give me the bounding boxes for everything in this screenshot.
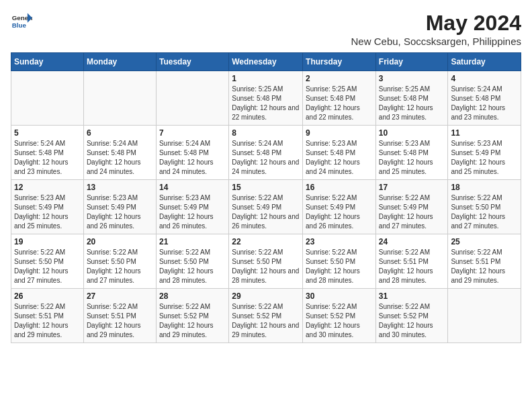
- table-row: [156, 71, 228, 126]
- day-info: Sunrise: 5:22 AMSunset: 5:51 PMDaylight:…: [14, 302, 81, 340]
- table-row: 21 Sunrise: 5:22 AMSunset: 5:50 PMDaylig…: [156, 234, 228, 289]
- header-wednesday: Wednesday: [229, 53, 303, 71]
- day-info: Sunrise: 5:22 AMSunset: 5:50 PMDaylight:…: [159, 248, 226, 285]
- day-number: 6: [87, 128, 153, 138]
- day-info: Sunrise: 5:24 AMSunset: 5:48 PMDaylight:…: [451, 85, 518, 122]
- calendar-week-row: 26 Sunrise: 5:22 AMSunset: 5:51 PMDaylig…: [11, 289, 521, 343]
- table-row: 3 Sunrise: 5:25 AMSunset: 5:48 PMDayligh…: [375, 71, 448, 126]
- table-row: 22 Sunrise: 5:22 AMSunset: 5:50 PMDaylig…: [229, 234, 303, 289]
- day-info: Sunrise: 5:22 AMSunset: 5:50 PMDaylight:…: [451, 193, 518, 231]
- day-info: Sunrise: 5:22 AMSunset: 5:51 PMDaylight:…: [87, 302, 153, 340]
- day-info: Sunrise: 5:22 AMSunset: 5:49 PMDaylight:…: [306, 193, 373, 231]
- day-number: 27: [87, 291, 153, 301]
- day-number: 15: [232, 183, 300, 192]
- day-number: 25: [451, 237, 518, 246]
- table-row: 12 Sunrise: 5:23 AMSunset: 5:49 PMDaylig…: [11, 180, 84, 234]
- table-row: 29 Sunrise: 5:22 AMSunset: 5:52 PMDaylig…: [229, 289, 303, 343]
- day-info: Sunrise: 5:25 AMSunset: 5:48 PMDaylight:…: [232, 85, 300, 122]
- day-info: Sunrise: 5:22 AMSunset: 5:50 PMDaylight:…: [232, 248, 300, 285]
- table-row: [448, 289, 521, 343]
- table-row: 8 Sunrise: 5:24 AMSunset: 5:48 PMDayligh…: [229, 126, 303, 180]
- table-row: 28 Sunrise: 5:22 AMSunset: 5:52 PMDaylig…: [156, 289, 228, 343]
- day-number: 9: [306, 128, 373, 138]
- table-row: 25 Sunrise: 5:22 AMSunset: 5:51 PMDaylig…: [448, 234, 521, 289]
- day-number: 26: [14, 291, 81, 301]
- table-row: 11 Sunrise: 5:23 AMSunset: 5:49 PMDaylig…: [448, 126, 521, 180]
- day-info: Sunrise: 5:22 AMSunset: 5:52 PMDaylight:…: [306, 302, 373, 340]
- day-number: 3: [379, 74, 445, 83]
- day-number: 7: [159, 128, 226, 138]
- day-info: Sunrise: 5:23 AMSunset: 5:49 PMDaylight:…: [87, 193, 153, 231]
- day-number: 12: [14, 183, 81, 192]
- table-row: 20 Sunrise: 5:22 AMSunset: 5:50 PMDaylig…: [83, 234, 156, 289]
- day-number: 22: [232, 237, 300, 246]
- table-row: 23 Sunrise: 5:22 AMSunset: 5:50 PMDaylig…: [303, 234, 376, 289]
- table-row: 14 Sunrise: 5:23 AMSunset: 5:49 PMDaylig…: [156, 180, 228, 234]
- day-info: Sunrise: 5:22 AMSunset: 5:52 PMDaylight:…: [159, 302, 226, 340]
- table-row: 16 Sunrise: 5:22 AMSunset: 5:49 PMDaylig…: [303, 180, 376, 234]
- header-thursday: Thursday: [303, 53, 376, 71]
- svg-text:Blue: Blue: [12, 21, 27, 29]
- table-row: 4 Sunrise: 5:24 AMSunset: 5:48 PMDayligh…: [448, 71, 521, 126]
- table-row: 24 Sunrise: 5:22 AMSunset: 5:51 PMDaylig…: [375, 234, 448, 289]
- day-number: 18: [451, 183, 518, 192]
- day-number: 28: [159, 291, 226, 301]
- day-info: Sunrise: 5:22 AMSunset: 5:52 PMDaylight:…: [232, 302, 300, 340]
- table-row: 19 Sunrise: 5:22 AMSunset: 5:50 PMDaylig…: [11, 234, 84, 289]
- page-header: General Blue May 2024 New Cebu, Soccsksa…: [11, 11, 521, 47]
- table-row: 7 Sunrise: 5:24 AMSunset: 5:48 PMDayligh…: [156, 126, 228, 180]
- day-number: 13: [87, 183, 153, 192]
- day-info: Sunrise: 5:23 AMSunset: 5:49 PMDaylight:…: [159, 193, 226, 231]
- day-info: Sunrise: 5:24 AMSunset: 5:48 PMDaylight:…: [87, 139, 153, 177]
- table-row: 6 Sunrise: 5:24 AMSunset: 5:48 PMDayligh…: [83, 126, 156, 180]
- day-number: 23: [306, 237, 373, 246]
- title-block: May 2024 New Cebu, Soccsksargen, Philipp…: [351, 11, 521, 47]
- header-sunday: Sunday: [11, 53, 84, 71]
- day-info: Sunrise: 5:22 AMSunset: 5:49 PMDaylight:…: [379, 193, 445, 231]
- day-info: Sunrise: 5:22 AMSunset: 5:51 PMDaylight:…: [379, 248, 445, 285]
- table-row: 13 Sunrise: 5:23 AMSunset: 5:49 PMDaylig…: [83, 180, 156, 234]
- day-info: Sunrise: 5:24 AMSunset: 5:48 PMDaylight:…: [159, 139, 226, 177]
- calendar-week-row: 5 Sunrise: 5:24 AMSunset: 5:48 PMDayligh…: [11, 126, 521, 180]
- logo: General Blue: [11, 11, 32, 32]
- day-number: 17: [379, 183, 445, 192]
- day-number: 29: [232, 291, 300, 301]
- table-row: 5 Sunrise: 5:24 AMSunset: 5:48 PMDayligh…: [11, 126, 84, 180]
- day-info: Sunrise: 5:25 AMSunset: 5:48 PMDaylight:…: [379, 85, 445, 122]
- day-info: Sunrise: 5:23 AMSunset: 5:49 PMDaylight:…: [451, 139, 518, 177]
- day-info: Sunrise: 5:24 AMSunset: 5:48 PMDaylight:…: [232, 139, 300, 177]
- table-row: 2 Sunrise: 5:25 AMSunset: 5:48 PMDayligh…: [303, 71, 376, 126]
- day-info: Sunrise: 5:23 AMSunset: 5:48 PMDaylight:…: [379, 139, 445, 177]
- header-monday: Monday: [83, 53, 156, 71]
- table-row: [83, 71, 156, 126]
- day-number: 14: [159, 183, 226, 192]
- day-number: 30: [306, 291, 373, 301]
- day-number: 16: [306, 183, 373, 192]
- calendar-week-row: 19 Sunrise: 5:22 AMSunset: 5:50 PMDaylig…: [11, 234, 521, 289]
- day-info: Sunrise: 5:24 AMSunset: 5:48 PMDaylight:…: [14, 139, 81, 177]
- table-row: 18 Sunrise: 5:22 AMSunset: 5:50 PMDaylig…: [448, 180, 521, 234]
- location-subtitle: New Cebu, Soccsksargen, Philippines: [351, 36, 521, 47]
- day-info: Sunrise: 5:22 AMSunset: 5:49 PMDaylight:…: [232, 193, 300, 231]
- day-number: 11: [451, 128, 518, 138]
- day-number: 24: [379, 237, 445, 246]
- day-number: 5: [14, 128, 81, 138]
- day-number: 1: [232, 74, 300, 83]
- day-info: Sunrise: 5:22 AMSunset: 5:51 PMDaylight:…: [451, 248, 518, 285]
- day-number: 2: [306, 74, 373, 83]
- calendar-week-row: 1 Sunrise: 5:25 AMSunset: 5:48 PMDayligh…: [11, 71, 521, 126]
- day-info: Sunrise: 5:23 AMSunset: 5:49 PMDaylight:…: [14, 193, 81, 231]
- table-row: 30 Sunrise: 5:22 AMSunset: 5:52 PMDaylig…: [303, 289, 376, 343]
- calendar-table: Sunday Monday Tuesday Wednesday Thursday…: [11, 52, 521, 343]
- day-number: 8: [232, 128, 300, 138]
- table-row: [11, 71, 84, 126]
- header-friday: Friday: [375, 53, 448, 71]
- table-row: 27 Sunrise: 5:22 AMSunset: 5:51 PMDaylig…: [83, 289, 156, 343]
- day-number: 21: [159, 237, 226, 246]
- month-year-title: May 2024: [351, 11, 521, 36]
- table-row: 26 Sunrise: 5:22 AMSunset: 5:51 PMDaylig…: [11, 289, 84, 343]
- table-row: 17 Sunrise: 5:22 AMSunset: 5:49 PMDaylig…: [375, 180, 448, 234]
- header-tuesday: Tuesday: [156, 53, 228, 71]
- day-info: Sunrise: 5:22 AMSunset: 5:50 PMDaylight:…: [306, 248, 373, 285]
- day-number: 20: [87, 237, 153, 246]
